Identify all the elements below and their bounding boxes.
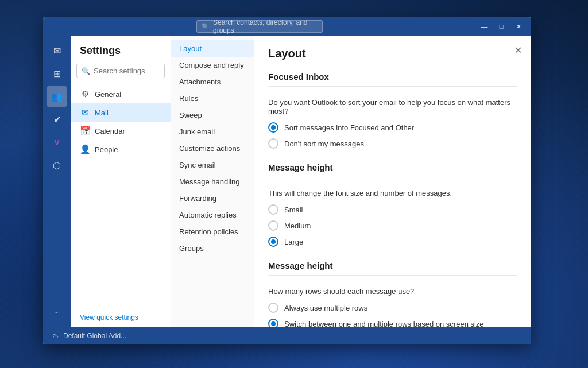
submenu-customize-actions[interactable]: Customize actions (171, 140, 254, 157)
calendar-nav-icon: 📅 (80, 126, 90, 136)
message-height-2-heading: Message height (268, 261, 517, 270)
settings-title: Settings (71, 45, 171, 64)
sidebar-icon-mail[interactable]: ✉ (47, 40, 67, 61)
nav-item-people[interactable]: 👤 People (71, 140, 171, 158)
folder-icon: 🗁 (52, 332, 59, 339)
message-height-section-2: Message height How many rows should each… (268, 261, 517, 327)
settings-search-input[interactable] (94, 67, 160, 75)
nav-item-mail[interactable]: ✉ Mail (71, 103, 171, 122)
mail-submenu: Layout Compose and reply Attachments Rul… (171, 36, 254, 327)
radio-switch-rows-circle (268, 319, 278, 327)
radio-large[interactable]: Large (268, 237, 517, 247)
nav-item-calendar[interactable]: 📅 Calendar (71, 122, 171, 140)
mail-nav-icon: ✉ (80, 107, 90, 118)
radio-medium-circle (268, 220, 278, 231)
submenu-compose-reply[interactable]: Compose and reply (171, 57, 254, 73)
divider-3 (268, 275, 517, 276)
submenu-junk-email[interactable]: Junk email (171, 123, 254, 140)
radio-switch-rows[interactable]: Switch between one and multiple rows bas… (268, 319, 517, 327)
sidebar-icon-apps[interactable]: ⬡ (47, 155, 67, 176)
general-icon: ⚙ (80, 89, 90, 99)
message-height-1-desc: This will change the font size and numbe… (268, 189, 517, 197)
settings-search-icon: 🔍 (82, 67, 90, 75)
radio-sort-focused[interactable]: Sort messages into Focused and Other (268, 122, 517, 133)
radio-sort-focused-label: Sort messages into Focused and Other (284, 123, 414, 132)
radio-large-circle (268, 237, 278, 247)
window-controls: — □ ✕ (476, 21, 527, 32)
app-body: ✉ ⊞ 👥 ✔ V ⬡ ··· Settings 🔍 ⚙ General (43, 36, 531, 327)
message-height-2-desc: How many rows should each message use? (268, 287, 517, 296)
radio-always-multiple[interactable]: Always use multiple rows (268, 303, 517, 313)
app-window: 🔍 Search contacts, directory, and groups… (43, 17, 531, 344)
main-content: ✕ Layout Focused Inbox Do you want Outlo… (254, 36, 531, 327)
radio-always-multiple-circle (268, 303, 278, 313)
sidebar-icon-tasks[interactable]: ✔ (47, 109, 67, 130)
radio-small[interactable]: Small (268, 204, 517, 215)
submenu-attachments[interactable]: Attachments (171, 73, 254, 90)
settings-panel: Settings 🔍 ⚙ General ✉ Mail 📅 Calendar (71, 36, 171, 327)
divider-2 (268, 177, 517, 177)
main-title: Layout (268, 47, 517, 60)
close-button[interactable]: ✕ (510, 21, 527, 32)
close-panel-button[interactable]: ✕ (514, 45, 522, 56)
submenu-forwarding[interactable]: Forwarding (171, 190, 254, 207)
radio-large-label: Large (284, 238, 303, 246)
submenu-layout[interactable]: Layout (171, 40, 254, 57)
focused-inbox-heading: Focused Inbox (268, 72, 517, 82)
title-search-icon: 🔍 (202, 23, 210, 30)
submenu-automatic-replies[interactable]: Automatic replies (171, 207, 254, 223)
submenu-rules[interactable]: Rules (171, 90, 254, 107)
radio-medium[interactable]: Medium (268, 220, 517, 231)
title-bar-search-area: 🔍 Search contacts, directory, and groups (43, 20, 476, 33)
submenu-sync-email[interactable]: Sync email (171, 157, 254, 173)
radio-small-circle (268, 204, 278, 215)
divider-1 (268, 86, 517, 87)
sidebar-icon-viva[interactable]: V (47, 132, 67, 153)
radio-medium-label: Medium (284, 222, 311, 230)
radio-always-multiple-label: Always use multiple rows (284, 304, 368, 312)
icon-sidebar: ✉ ⊞ 👥 ✔ V ⬡ ··· (43, 36, 71, 327)
minimize-button[interactable]: — (476, 21, 492, 32)
radio-dont-sort-label: Don't sort my messages (284, 140, 364, 148)
settings-nav: ⚙ General ✉ Mail 📅 Calendar 👤 People (71, 85, 171, 310)
sidebar-icon-more[interactable]: ··· (47, 302, 67, 323)
title-search-placeholder: Search contacts, directory, and groups (213, 18, 318, 34)
focused-inbox-options: Sort messages into Focused and Other Don… (268, 122, 517, 149)
radio-dont-sort[interactable]: Don't sort my messages (268, 138, 517, 149)
settings-search-box[interactable]: 🔍 (76, 64, 165, 78)
footer-bar: 🗁 Default Global Add... (43, 327, 531, 344)
message-height-1-options: Small Medium Large (268, 204, 517, 247)
maximize-button[interactable]: □ (493, 21, 509, 32)
message-height-2-options: Always use multiple rows Switch between … (268, 303, 517, 327)
focused-inbox-desc: Do you want Outlook to sort your email t… (268, 98, 517, 115)
people-nav-icon: 👤 (80, 144, 90, 154)
submenu-groups[interactable]: Groups (171, 240, 254, 257)
nav-item-general[interactable]: ⚙ General (71, 85, 171, 103)
title-bar: 🔍 Search contacts, directory, and groups… (43, 17, 531, 36)
focused-inbox-section: Focused Inbox Do you want Outlook to sor… (268, 72, 517, 149)
radio-sort-focused-circle (268, 122, 278, 133)
footer-text: Default Global Add... (63, 332, 126, 340)
message-height-section-1: Message height This will change the font… (268, 162, 517, 247)
sidebar-icon-people[interactable]: 👥 (47, 86, 67, 107)
sidebar-icon-calendar[interactable]: ⊞ (47, 63, 67, 84)
message-height-1-heading: Message height (268, 162, 517, 172)
view-quick-settings-link[interactable]: View quick settings (71, 310, 171, 327)
radio-dont-sort-circle (268, 138, 278, 149)
radio-switch-rows-label: Switch between one and multiple rows bas… (284, 320, 484, 328)
submenu-sweep[interactable]: Sweep (171, 107, 254, 123)
submenu-message-handling[interactable]: Message handling (171, 173, 254, 190)
submenu-retention-policies[interactable]: Retention policies (171, 223, 254, 240)
radio-small-label: Small (284, 206, 303, 214)
title-search-box[interactable]: 🔍 Search contacts, directory, and groups (196, 20, 323, 33)
